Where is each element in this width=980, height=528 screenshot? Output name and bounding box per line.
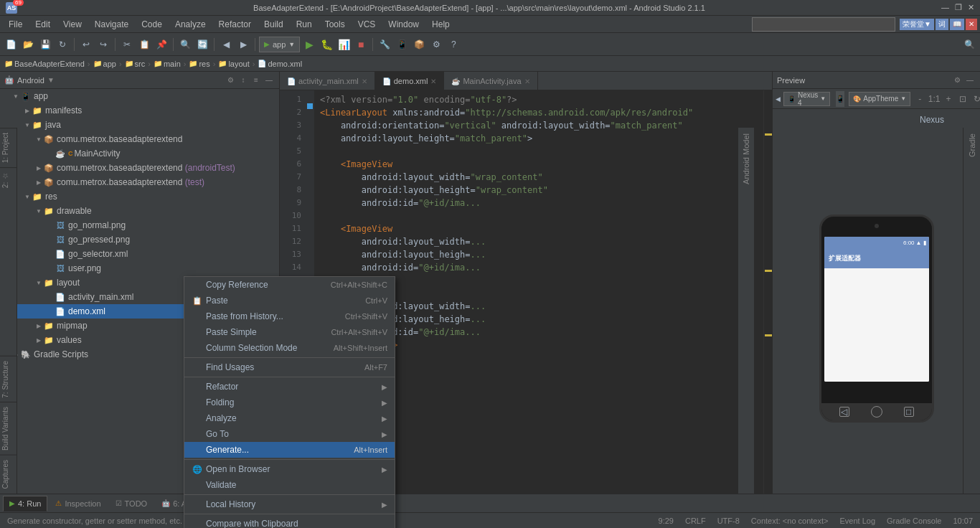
tree-node-res[interactable]: ▼ 📁 res (0, 189, 279, 204)
toolbar-search-everywhere-btn[interactable]: 🔍 (961, 37, 977, 52)
minimize-btn[interactable]: — (941, 3, 949, 12)
status-line-sep[interactable]: CRLF (682, 516, 709, 526)
preview-minimize-btn[interactable]: — (964, 75, 976, 86)
ctx-local-history[interactable]: Local History ▶ (184, 496, 395, 512)
tab-demo-xml[interactable]: 📄 demo.xml ✕ (375, 72, 445, 90)
tab-activity-main[interactable]: 📄 activity_main.xml ✕ (280, 72, 375, 90)
ctx-compare-clipboard[interactable]: Compare with Clipboard (184, 516, 395, 528)
toolbar-sdk-btn[interactable]: 📦 (411, 37, 427, 52)
toolbar-new-btn[interactable]: 📄 (3, 37, 19, 52)
search-input[interactable] (755, 20, 856, 29)
preview-zoom-reset-btn[interactable]: 1:1 (928, 93, 941, 105)
tree-node-go-normal[interactable]: ▶ 🖼 go_normal.png (0, 218, 279, 232)
status-position[interactable]: 9:29 (656, 516, 677, 526)
tab-close-demo-xml[interactable]: ✕ (430, 77, 436, 85)
tree-node-go-selector[interactable]: ▶ 📄 go_selector.xml (0, 247, 279, 261)
search-dict-btn[interactable]: 荣誉堂▼ (900, 19, 934, 30)
toolbar-open-btn[interactable]: 📂 (20, 37, 36, 52)
menu-vcs[interactable]: VCS (352, 18, 382, 31)
menu-refactor[interactable]: Refactor (213, 18, 257, 31)
tree-scroll-btn[interactable]: ↕ (237, 75, 249, 86)
menu-tools[interactable]: Tools (319, 18, 351, 31)
status-gradle-console[interactable]: Gradle Console (884, 516, 944, 526)
bottom-tab-run[interactable]: ▶ 4: Run (3, 496, 47, 512)
ctx-paste-simple[interactable]: Paste Simple Ctrl+Alt+Shift+V (184, 324, 395, 340)
toolbar-replace-btn[interactable]: 🔄 (194, 37, 210, 52)
ctx-generate[interactable]: Generate... Alt+Insert (184, 442, 395, 458)
right-scroll-gutter[interactable] (763, 90, 772, 509)
sidebar-tab-captures[interactable]: Captures (0, 455, 17, 494)
ctx-paste[interactable]: 📋 Paste Ctrl+V (184, 293, 395, 308)
breadcrumb-project[interactable]: 📁 BaseAdapterExtend (4, 60, 85, 68)
tree-node-pkg-test[interactable]: ▶ 📦 comu.metrox.baseadapterextend (test) (0, 175, 279, 189)
ctx-validate[interactable]: Validate (184, 477, 395, 493)
toolbar-settings-btn[interactable]: ⚙ (428, 37, 444, 52)
coverage-btn[interactable]: 📊 (336, 37, 352, 52)
restore-btn[interactable]: ❐ (955, 3, 962, 12)
ctx-folding[interactable]: Folding ▶ (184, 395, 395, 410)
ctx-find-usages[interactable]: Find Usages Alt+F7 (184, 359, 395, 375)
preview-theme-selector[interactable]: 🎨 AppTheme ▼ (849, 92, 910, 106)
menu-file[interactable]: File (3, 18, 28, 31)
debug-btn[interactable]: 🐛 (319, 37, 334, 52)
preview-zoom-out-btn[interactable]: - (913, 93, 926, 105)
preview-device-prev-btn[interactable]: ◀ (776, 91, 781, 107)
tree-node-mainactivity[interactable]: ▶ ☕ C MainActivity (0, 146, 279, 161)
toolbar-avd-btn[interactable]: 📱 (394, 37, 410, 52)
tree-gear-btn[interactable]: ⚙ (225, 75, 236, 86)
toolbar-paste-btn[interactable]: 📌 (154, 37, 169, 52)
tree-node-user-png[interactable]: ▶ 🖼 user.png (0, 261, 279, 275)
sidebar-tab-project[interactable]: 1: Project (0, 128, 17, 167)
bottom-tab-inspection[interactable]: ⚠ Inspection (49, 496, 107, 512)
search-mode-btn[interactable]: 词 (936, 19, 948, 30)
tree-node-go-pressed[interactable]: ▶ 🖼 go_pressed.png (0, 232, 279, 247)
tab-close-mainactivity[interactable]: ✕ (524, 77, 530, 85)
sidebar-tab-favorites[interactable]: 2: ☆ (0, 167, 17, 192)
tree-node-java[interactable]: ▼ 📁 java (0, 118, 279, 132)
tree-node-app[interactable]: ▼ 📱 app (0, 89, 279, 103)
menu-edit[interactable]: Edit (29, 18, 56, 31)
tab-close-activity-main[interactable]: ✕ (362, 77, 367, 85)
search-close-btn[interactable]: ✕ (966, 19, 977, 30)
run-btn[interactable]: ▶ (301, 37, 317, 52)
ctx-refactor[interactable]: Refactor ▶ (184, 379, 395, 395)
breadcrumb-res[interactable]: 📁 res (189, 60, 209, 68)
menu-view[interactable]: View (57, 18, 88, 31)
preview-device-selector[interactable]: 📱 Nexus 4 ▼ (783, 92, 830, 106)
tree-node-pkg1[interactable]: ▼ 📦 comu.metrox.baseadapterextend (0, 132, 279, 146)
menu-build[interactable]: Build (258, 18, 289, 31)
preview-fit-btn[interactable]: ⊡ (956, 93, 969, 105)
toolbar-back-btn[interactable]: ◀ (218, 37, 234, 52)
menu-code[interactable]: Code (136, 18, 168, 31)
menu-run[interactable]: Run (291, 18, 318, 31)
close-btn[interactable]: ✕ (968, 3, 974, 12)
bottom-tab-todo[interactable]: ☑ TODO (109, 496, 154, 512)
ctx-copy-reference[interactable]: Copy Reference Ctrl+Alt+Shift+C (184, 277, 395, 293)
sidebar-tab-build-variants[interactable]: Build Variants (0, 402, 17, 455)
android-model-tab-label[interactable]: Android Model (740, 128, 752, 190)
sidebar-tab-structure[interactable]: 7: Structure (0, 356, 17, 402)
toolbar-redo-btn[interactable]: ↪ (95, 37, 111, 52)
stop-btn[interactable]: ■ (353, 37, 369, 52)
tree-node-drawable[interactable]: ▼ 📁 drawable (0, 204, 279, 218)
ctx-open-browser[interactable]: 🌐 Open in Browser ▶ (184, 461, 395, 477)
toolbar-undo-btn[interactable]: ↩ (78, 37, 94, 52)
breadcrumb-layout[interactable]: 📁 layout (218, 60, 249, 68)
status-event-log[interactable]: Event Log (837, 516, 878, 526)
toolbar-search-btn[interactable]: 🔍 (177, 37, 193, 52)
toolbar-cut-btn[interactable]: ✂ (119, 37, 135, 52)
menu-window[interactable]: Window (382, 18, 425, 31)
tab-mainactivity[interactable]: ☕ MainActivity.java ✕ (444, 72, 537, 90)
tree-close-btn[interactable]: — (263, 75, 275, 86)
toolbar-help-btn[interactable]: ? (446, 37, 461, 52)
preview-portrait-btn[interactable]: 📱 (836, 91, 844, 107)
toolbar-copy-btn[interactable]: 📋 (136, 37, 152, 52)
tree-dropdown-arrow[interactable]: ▼ (47, 76, 55, 84)
breadcrumb-main[interactable]: 📁 main (154, 60, 181, 68)
tree-collapse-btn[interactable]: ≡ (250, 75, 262, 86)
menu-analyze[interactable]: Analyze (169, 18, 212, 31)
preview-refresh-btn[interactable]: ↻ (971, 93, 980, 105)
gradle-tab-label[interactable]: Gradle (966, 128, 978, 163)
run-config-selector[interactable]: ▶ app ▼ (259, 37, 300, 52)
tree-node-manifests[interactable]: ▶ 📁 manifests (0, 103, 279, 118)
